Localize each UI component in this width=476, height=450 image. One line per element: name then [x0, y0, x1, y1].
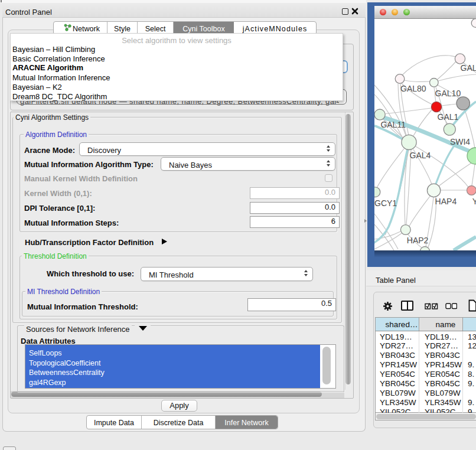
svg-text:Y: Y: [472, 197, 476, 206]
svg-text:GAL7: GAL7: [461, 63, 476, 73]
svg-text:GAL1: GAL1: [438, 112, 459, 122]
svg-text:GAL11: GAL11: [380, 120, 406, 129]
svg-text:GAL4: GAL4: [410, 151, 431, 160]
svg-text:HAP2: HAP2: [407, 236, 429, 245]
svg-text:SWI4: SWI4: [450, 137, 470, 146]
svg-text:GAL80: GAL80: [400, 84, 426, 93]
svg-text:GAL10: GAL10: [435, 89, 461, 98]
svg-text:HAP4: HAP4: [435, 197, 457, 206]
svg-text:GCY1: GCY1: [374, 198, 397, 208]
